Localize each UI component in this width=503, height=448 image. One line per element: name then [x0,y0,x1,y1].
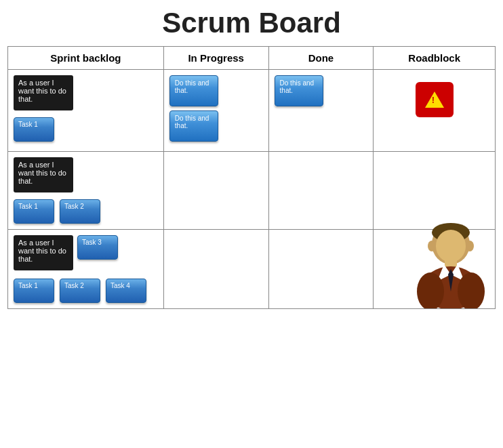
cell-row2-done [268,152,374,230]
task-card-r2-t2: Task 2 [60,199,100,224]
svg-point-2 [436,230,466,262]
col-header-backlog: Sprint backlog [8,47,164,70]
scrum-board: Sprint backlog In Progress Done Roadbloc… [7,46,496,309]
cell-row3-inprogress [163,230,268,309]
warning-icon [416,82,454,117]
cell-row1-backlog: As a user I want this to do that. Task 1 [8,70,164,152]
done-story-r1-1: Do this and that. [275,75,323,106]
task-card-r3-t1: Task 1 [14,279,54,303]
table-row: As a user I want this to do that. Task 1… [8,70,496,152]
svg-point-10 [428,241,436,251]
task-card-r3-t2: Task 2 [60,279,100,303]
tasks-r1: Task 1 [14,117,158,142]
table-row: As a user I want this to do that. Task 3… [8,230,496,309]
col-header-roadblock: Roadblock [374,47,496,70]
page-title: Scrum Board [162,7,341,39]
cell-row1-inprogress: Do this and that. Do this and that. [163,70,268,152]
col-header-done: Done [268,47,374,70]
task-card-r1-t1: Task 1 [14,117,54,142]
cell-row1-done: Do this and that. [268,70,374,152]
story-card-r1: As a user I want this to do that. [14,75,73,110]
cell-row3-roadblock [374,230,496,309]
tasks-r2: Task 1 Task 2 [14,199,158,224]
warning-triangle [425,91,444,108]
inprog-story-r1-1: Do this and that. [169,75,218,106]
cell-row2-inprogress [163,152,268,230]
person-icon [407,220,502,315]
tasks-r3: Task 1 Task 2 Task 4 [14,279,158,303]
cell-row3-done [268,230,374,309]
svg-point-11 [466,241,474,251]
col-header-inprogress: In Progress [163,47,268,70]
task-card-r2-t1: Task 1 [14,199,54,224]
task-card-r3-t3: Task 3 [77,235,118,260]
story-card-r2: As a user I want this to do that. [14,157,73,192]
task-card-r3-t4: Task 4 [106,279,146,303]
table-row: As a user I want this to do that. Task 1… [8,152,496,230]
story-card-r3: As a user I want this to do that. [14,235,73,270]
cell-row2-backlog: As a user I want this to do that. Task 1… [8,152,164,230]
cell-row3-backlog: As a user I want this to do that. Task 3… [8,230,164,309]
inprog-story-r1-2: Do this and that. [169,110,218,142]
cell-row1-roadblock [374,70,496,152]
cell-row2-roadblock [374,152,496,230]
